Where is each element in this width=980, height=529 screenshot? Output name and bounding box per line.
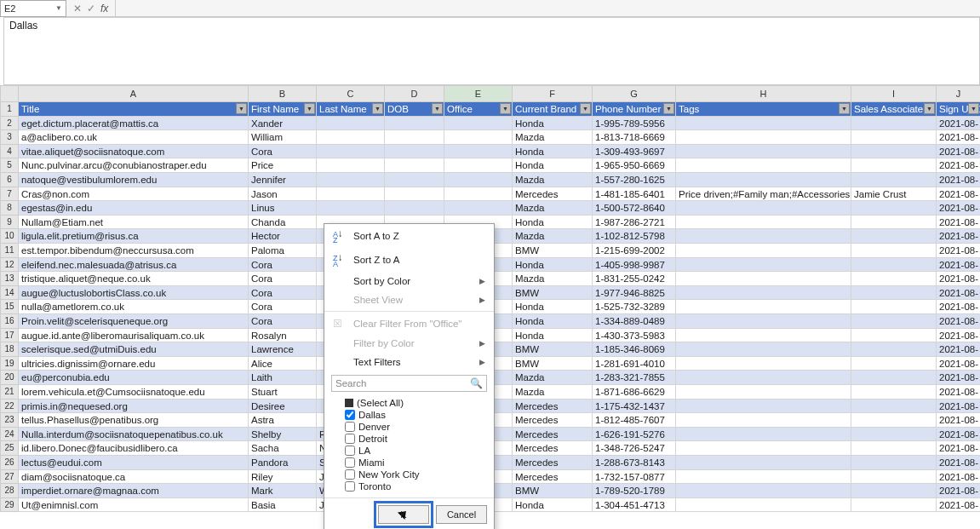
row-header-23[interactable]: 23 (0, 413, 19, 428)
cell[interactable]: Mercedes (513, 413, 593, 428)
cell[interactable]: Mazda (513, 371, 593, 385)
cell[interactable]: Mazda (513, 229, 593, 244)
filter-button[interactable]: ▼ (304, 103, 315, 114)
cell[interactable] (851, 201, 937, 216)
cell[interactable]: Price (249, 158, 317, 173)
cell[interactable]: 1-481-185-6401 (593, 187, 676, 202)
name-box[interactable]: E2 ▼ (0, 0, 66, 17)
cell[interactable]: 1-309-493-9697 (593, 145, 676, 159)
cell[interactable]: Nulla.interdum@sociisnatoquepenatibus.co… (19, 428, 249, 442)
cell[interactable]: Cora (249, 286, 317, 301)
cell[interactable] (444, 158, 513, 173)
cell[interactable]: 1-626-191-5276 (593, 428, 676, 442)
cell[interactable]: Cora (249, 314, 317, 329)
cell[interactable]: Pandora (249, 456, 317, 470)
cell[interactable]: Mercedes (513, 428, 593, 442)
cell[interactable] (851, 244, 937, 258)
cell[interactable] (444, 130, 513, 145)
cell[interactable]: Xander (249, 117, 317, 131)
cell[interactable]: 1-175-432-1437 (593, 400, 676, 414)
cell[interactable]: 2021-08- (937, 272, 980, 286)
cell[interactable] (851, 216, 937, 230)
cell[interactable]: 2021-08- (937, 130, 980, 145)
column-header-H[interactable]: H (676, 85, 851, 102)
filter-button[interactable]: ▼ (500, 103, 511, 114)
cell[interactable] (851, 470, 937, 485)
filter-option-miami[interactable]: Miami (345, 457, 487, 469)
cell[interactable]: 1-500-572-8640 (593, 201, 676, 216)
cell[interactable]: Mercedes (513, 470, 593, 485)
cell[interactable]: BMW (513, 286, 593, 301)
fx-icon[interactable]: fx (100, 3, 108, 14)
cell[interactable] (676, 484, 851, 498)
sort-a-to-z[interactable]: AZ↓ Sort A to Z (324, 224, 494, 248)
row-header-8[interactable]: 8 (0, 201, 19, 216)
row-header-29[interactable]: 29 (0, 498, 19, 513)
cell[interactable]: Honda (513, 216, 593, 230)
cell[interactable] (676, 244, 851, 258)
cell[interactable]: Price driven;#Family man;#Accessories (676, 187, 851, 202)
cell[interactable] (676, 201, 851, 216)
cell[interactable]: 1-304-451-4713 (593, 498, 676, 513)
cell[interactable]: 2021-08- (937, 329, 980, 343)
column-header-B[interactable]: B (249, 85, 317, 102)
cell[interactable]: 2021-08- (937, 244, 980, 258)
cell[interactable]: Mazda (513, 173, 593, 187)
row-header-11[interactable]: 11 (0, 244, 19, 258)
cell[interactable] (676, 371, 851, 385)
filter-button[interactable]: ▼ (580, 103, 591, 114)
row-header-17[interactable]: 17 (0, 329, 19, 343)
cell[interactable]: 1-813-718-6669 (593, 130, 676, 145)
cell[interactable]: 2021-08- (937, 385, 980, 400)
cancel-formula-icon[interactable]: ✕ (73, 3, 82, 14)
cell[interactable]: 1-995-789-5956 (593, 117, 676, 131)
row-header-26[interactable]: 26 (0, 456, 19, 470)
cell[interactable]: 2021-08- (937, 470, 980, 485)
cell[interactable] (444, 187, 513, 202)
cell[interactable]: Chanda (249, 216, 317, 230)
cell[interactable] (851, 272, 937, 286)
cell[interactable]: Shelby (249, 428, 317, 442)
cell[interactable]: Rosalyn (249, 329, 317, 343)
column-header-J[interactable]: J (937, 85, 980, 102)
row-header-25[interactable]: 25 (0, 441, 19, 456)
formula-input[interactable]: Dallas (3, 17, 980, 85)
cell[interactable]: tristique.aliquet@neque.co.uk (19, 272, 249, 286)
cell[interactable] (317, 187, 385, 202)
cell[interactable]: 2021-08- (937, 371, 980, 385)
row-header-15[interactable]: 15 (0, 300, 19, 314)
cell[interactable] (317, 158, 385, 173)
cell[interactable]: Desiree (249, 400, 317, 414)
cell[interactable]: est.tempor.bibendum@neccursusa.com (19, 244, 249, 258)
cell[interactable]: Basia (249, 498, 317, 513)
cell[interactable] (385, 130, 444, 145)
cell[interactable] (676, 456, 851, 470)
cell[interactable] (444, 117, 513, 131)
select-all-cells[interactable] (0, 85, 19, 102)
cell[interactable] (385, 117, 444, 131)
cell[interactable]: Honda (513, 498, 593, 513)
cell[interactable]: 2021-08- (937, 286, 980, 301)
cell[interactable] (444, 173, 513, 187)
cell[interactable]: scelerisque.sed@utmiDuis.edu (19, 342, 249, 357)
filter-button[interactable]: ▼ (839, 103, 850, 114)
row-header-9[interactable]: 9 (0, 216, 19, 230)
cell[interactable] (385, 173, 444, 187)
cell[interactable]: Honda (513, 117, 593, 131)
cell[interactable]: Cora (249, 258, 317, 273)
filter-button[interactable]: ▼ (372, 103, 383, 114)
cancel-button[interactable]: Cancel (436, 505, 487, 524)
cell[interactable] (385, 158, 444, 173)
cell[interactable]: Jamie Crust (851, 187, 937, 202)
name-box-dropdown-icon[interactable]: ▼ (55, 4, 62, 12)
cell[interactable]: Astra (249, 413, 317, 428)
cell[interactable]: primis.in@nequesed.org (19, 400, 249, 414)
cell[interactable]: nulla@ametlorem.co.uk (19, 300, 249, 314)
cell[interactable]: Honda (513, 314, 593, 329)
filter-option-toronto[interactable]: Toronto (345, 480, 487, 492)
cell[interactable]: 1-557-280-1625 (593, 173, 676, 187)
cell[interactable] (851, 145, 937, 159)
cell[interactable] (385, 187, 444, 202)
cell[interactable]: 2021-08- (937, 158, 980, 173)
cell[interactable] (317, 145, 385, 159)
